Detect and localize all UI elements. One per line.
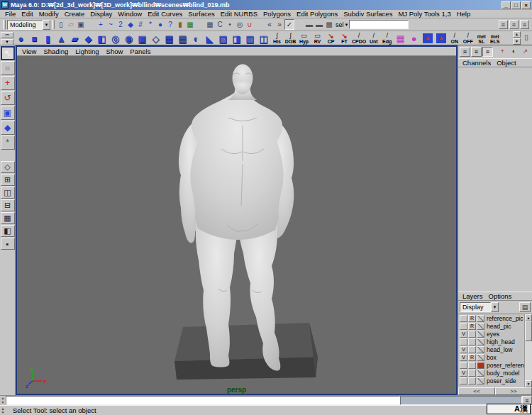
shelf-button[interactable]: ◫ <box>257 31 270 45</box>
layout-button[interactable]: ◫ <box>1 187 15 199</box>
tool-button[interactable]: ○ <box>1 61 15 75</box>
layout-button[interactable]: ◇ <box>1 161 15 173</box>
shelf-button[interactable]: ↘ CP <box>324 31 338 45</box>
layers-menu-item[interactable]: Layers <box>460 292 486 300</box>
shelf-button[interactable]: / Unt <box>367 31 380 45</box>
shelf-button[interactable]: ▭ RV <box>311 31 324 45</box>
layer-reference-toggle[interactable] <box>468 346 476 353</box>
scrollbar-thumb[interactable] <box>525 321 532 341</box>
menu-item[interactable]: Window <box>115 10 145 18</box>
status-line-icon[interactable]: ▬ <box>304 19 314 30</box>
menu-item[interactable]: Help <box>454 10 474 18</box>
status-line-icon[interactable]: 2 <box>116 19 126 30</box>
shelf-button[interactable]: ◨ <box>230 31 243 45</box>
layer-row[interactable]: V eyes <box>458 330 524 338</box>
layout-button[interactable]: ⊞ <box>1 174 15 186</box>
trash-icon[interactable]: ▯ <box>521 33 531 44</box>
layer-reference-toggle[interactable] <box>468 362 476 369</box>
layer-name[interactable]: box <box>485 354 497 361</box>
status-line-icon[interactable] <box>195 19 205 30</box>
range-next-button[interactable]: >> <box>495 387 532 395</box>
layer-reference-toggle[interactable]: R <box>468 354 476 361</box>
shelf-button[interactable]: ◉ <box>122 31 135 45</box>
shelf-button[interactable]: ▣ <box>135 31 149 45</box>
layer-mode-dropdown[interactable]: Display ▼ <box>460 302 499 312</box>
menu-item[interactable]: Modify <box>36 10 62 18</box>
ui-toggle-icon[interactable]: ≡ <box>499 20 508 29</box>
shelf-button[interactable]: ∫ His <box>270 31 284 45</box>
layer-row[interactable]: V body_model <box>458 369 524 377</box>
layer-visibility-toggle[interactable]: V <box>460 354 467 361</box>
layer-color-swatch[interactable] <box>477 323 484 330</box>
status-line-icon[interactable]: » <box>275 19 284 30</box>
status-line-icon[interactable] <box>255 19 265 30</box>
shelf-tab-icon[interactable]: ▭ <box>1 32 13 38</box>
status-line-icon[interactable]: C <box>215 19 225 30</box>
ui-toggle-icon[interactable]: ≡ <box>509 20 519 29</box>
scrollbar-trough[interactable] <box>525 341 532 380</box>
layer-reference-toggle[interactable]: R <box>468 323 476 330</box>
channel-box-menu-item[interactable]: Object <box>494 59 519 67</box>
shelf-button[interactable]: mel SL <box>475 31 488 45</box>
maximize-button[interactable]: □ <box>511 1 521 9</box>
shelf-button[interactable]: / CPDO <box>351 31 367 45</box>
minimize-button[interactable]: _ <box>501 1 511 9</box>
shelf-button[interactable]: ▭ Hyp <box>297 31 311 45</box>
layer-name[interactable]: reference_pic <box>485 315 523 322</box>
status-line-icon[interactable]: ▣ <box>76 19 86 30</box>
status-line-icon[interactable]: ▱ <box>66 19 76 30</box>
shelf-button[interactable]: ▰ <box>68 31 82 45</box>
status-line-icon[interactable]: « <box>265 19 275 30</box>
layer-reference-toggle[interactable] <box>468 338 476 345</box>
shelf-button[interactable]: mel ELS <box>488 31 501 45</box>
status-line-icon[interactable] <box>294 19 304 30</box>
layer-visibility-toggle[interactable] <box>460 338 467 345</box>
status-line-icon[interactable]: ▬ <box>314 19 324 30</box>
layer-visibility-toggle[interactable] <box>460 377 467 384</box>
channel-tool-icon[interactable]: ↗ <box>520 47 531 57</box>
shelf-button[interactable]: ▦ <box>394 31 407 45</box>
ime-status-box[interactable]: A漢 <box>487 404 531 414</box>
layer-name[interactable]: poser_side <box>485 377 516 384</box>
layer-color-swatch[interactable] <box>477 315 484 322</box>
menu-item[interactable]: Polygons <box>260 10 294 18</box>
title-bar[interactable]: M Maya 6.0: D:₩[2d_3d_work]₩[3D_work]₩bl… <box>0 0 532 10</box>
quick-select-dropdown[interactable]: sel ▼ <box>336 20 409 29</box>
shelf-button[interactable]: ▤ <box>176 31 189 45</box>
status-line-icon[interactable]: ? <box>165 19 175 30</box>
channel-display-icon[interactable]: ≡ <box>471 47 482 57</box>
create-layer-icon[interactable]: ▤ <box>519 302 531 312</box>
layout-button[interactable]: ▪ <box>1 238 15 250</box>
shelf-button[interactable]: ◎ <box>109 31 122 45</box>
layer-reference-toggle[interactable] <box>468 377 476 384</box>
layer-name[interactable]: head_low <box>485 346 512 353</box>
layer-color-swatch[interactable] <box>477 354 484 361</box>
layer-name[interactable]: body_model <box>485 370 519 377</box>
scroll-up-icon[interactable]: ▲ <box>513 31 521 38</box>
menu-item[interactable]: Surfaces <box>185 10 218 18</box>
panel-menu-item[interactable]: Panels <box>126 48 154 55</box>
shelf-button[interactable]: ● <box>407 31 421 45</box>
command-line-strip[interactable]: ▲▼ <box>0 396 6 405</box>
menu-item[interactable]: Display <box>87 10 115 18</box>
tool-button[interactable]: ↺ <box>1 91 15 105</box>
status-line-icon[interactable]: ◆ <box>126 19 135 30</box>
status-line-icon[interactable]: ✓ <box>284 19 294 30</box>
status-line-icon[interactable] <box>86 19 96 30</box>
layer-reference-toggle[interactable] <box>468 331 476 338</box>
layer-row[interactable]: V head_low <box>458 345 524 353</box>
menu-item[interactable]: Edit NURBS <box>218 10 260 18</box>
layer-color-swatch[interactable] <box>477 331 484 338</box>
chevron-down-icon[interactable]: ▼ <box>491 302 499 312</box>
shelf-button[interactable]: ▮ <box>41 31 55 45</box>
status-line-icon[interactable]: ▦ <box>185 19 195 30</box>
close-button[interactable]: × <box>521 1 531 9</box>
menu-set-dropdown[interactable]: Modeling ▼ <box>7 20 50 30</box>
layer-color-swatch[interactable] <box>477 362 484 369</box>
tool-button[interactable]: ◆ <box>1 121 15 135</box>
menu-item[interactable]: Create <box>62 10 88 18</box>
scroll-down-icon[interactable]: ▼ <box>513 38 521 45</box>
shelf-button[interactable]: ■ <box>28 31 41 45</box>
status-line-icon[interactable]: * <box>145 19 155 30</box>
layer-visibility-toggle[interactable]: V <box>460 346 467 353</box>
